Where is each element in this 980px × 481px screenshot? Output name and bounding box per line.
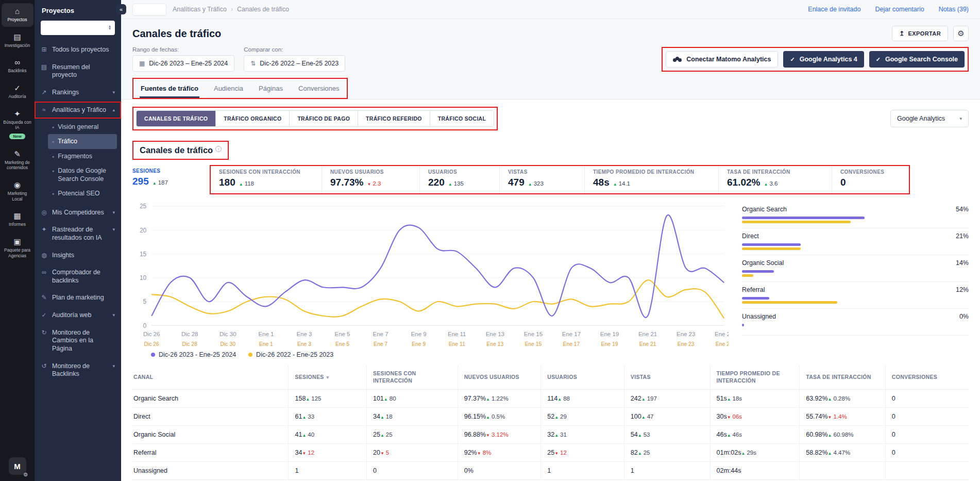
column-header-sesiones[interactable]: SESIONES▾ xyxy=(289,366,366,389)
topbar-link-dejar-comentario[interactable]: Dejar comentario xyxy=(875,6,924,13)
sidebar-item-insights[interactable]: ◍Insights xyxy=(35,247,121,264)
svg-text:Ene 15: Ene 15 xyxy=(525,341,542,347)
previous-period-bar xyxy=(742,247,801,250)
analytics-source-select[interactable]: Google Analytics ▾ xyxy=(890,110,969,127)
sidebar-item-monitoreo-de-cambios-en-la-pagina[interactable]: ↻Monitoreo de Cambios en la Página xyxy=(35,324,121,358)
legend-item-dic-26-2023-ene-25-2024[interactable]: Dic-26 2023 - Ene-25 2024 xyxy=(151,351,236,358)
rail-item-marketing-local[interactable]: ◉Marketing Local xyxy=(2,177,33,206)
cell-value: 96.88% xyxy=(464,431,486,438)
connect-button-conectar-matomo-analytics[interactable]: Conectar Matomo Analytics xyxy=(666,51,778,68)
sidebar-subitem-datos-de-google-search-console[interactable]: ●Datos de Google Search Console xyxy=(48,163,117,187)
sidebar-subitem-vision-general[interactable]: ●Visión general xyxy=(48,120,117,134)
sidebar-item-analiticas-y-trafico[interactable]: ≈Analíticas y Tráfico▴ xyxy=(35,102,121,119)
rail-item-backlinks[interactable]: ∞Backlinks xyxy=(2,54,33,78)
metric-sesiones-con-interaccion[interactable]: SESIONES CON INTERACCIÓN180▲118 xyxy=(211,166,322,193)
export-button[interactable]: ↥ EXPORTAR xyxy=(892,26,948,41)
rail-item-auditoria[interactable]: ✓Auditoría xyxy=(2,80,33,104)
up-arrow-icon: ▲ xyxy=(828,451,832,456)
sidebar-item-plan-de-marketing[interactable]: ✎Plan de marketing xyxy=(35,289,121,307)
svg-text:Dic 28: Dic 28 xyxy=(182,341,198,347)
topbar-link-enlace-de-invitado[interactable]: Enlace de invitado xyxy=(808,6,860,13)
sidebar-item-monitoreo-de-backlinks[interactable]: ↺Monitoreo de Backlinks▾ xyxy=(35,358,121,383)
up-arrow-icon: ▲ xyxy=(302,433,306,438)
sidebar-item-todos-los-proyectos[interactable]: ⊞Todos los proyectos xyxy=(35,41,121,59)
cell-value: 30s xyxy=(717,413,727,420)
metric-conversiones[interactable]: CONVERSIONES0 xyxy=(832,166,909,193)
rail-item-label: Auditoría xyxy=(3,94,32,99)
subtab-trafico-de-pago[interactable]: TRÁFICO DE PAGO xyxy=(289,111,358,126)
metric-usuarios[interactable]: USUARIOS220▲135 xyxy=(419,166,499,193)
metric-sesiones[interactable]: SESIONES295▲187 xyxy=(132,165,210,194)
metric-tiempo-promedio-de-interaccion[interactable]: TIEMPO PROMEDIO DE INTERACCIÓN48s▲14.1 xyxy=(584,166,718,193)
sidebar-subitem-fragmentos[interactable]: ●Fragmentos xyxy=(48,149,117,163)
table-row-unassigned[interactable]: Unassigned100%1102m:44s xyxy=(132,461,969,479)
cell-value: 34 xyxy=(373,413,380,420)
svg-text:Dic 30: Dic 30 xyxy=(219,331,236,337)
sidebar-item-rastreador-de-resultados-con-ia[interactable]: ✦Rastreador de resultados con IA▾ xyxy=(35,221,121,246)
table-row-direct[interactable]: Direct61▲3334▲1896.15%▲0.5%52▲29100▲4730… xyxy=(132,407,969,425)
metric-nuevos-usuarios[interactable]: NUEVOS USUARIOS97.73%▼2.3 xyxy=(322,166,419,193)
sidebar-item-label: Plan de marketing xyxy=(52,294,115,302)
metric-vistas[interactable]: VISTAS479▲323 xyxy=(499,166,584,193)
chevron-down-icon: ▾ xyxy=(112,89,115,95)
rail-item-informes[interactable]: ▦Informes xyxy=(2,208,33,231)
section-title-row: Canales de tráfico i xyxy=(132,141,969,160)
rail-item-paquete-para-agencias[interactable]: ▣Paquete para Agencias xyxy=(2,234,33,262)
export-icon: ↥ xyxy=(899,30,904,37)
tab-paginas[interactable]: Páginas xyxy=(258,79,284,98)
topbar-link-notas-39[interactable]: Notas (39) xyxy=(939,6,969,13)
table-cell: 61▲33 xyxy=(289,407,366,425)
tab-fuentes-de-trafico[interactable]: Fuentes de tráfico xyxy=(140,79,199,98)
sidebar-collapse-button[interactable]: « xyxy=(116,4,126,14)
sidebar-item-rankings[interactable]: ↗Rankings▾ xyxy=(35,84,121,102)
svg-text:Dic 28: Dic 28 xyxy=(181,331,198,337)
rail-item-proyectos[interactable]: ⌂Proyectos xyxy=(2,3,33,27)
metric-label: SESIONES xyxy=(132,168,201,174)
table-row-referral[interactable]: Referral34▼1220▼592%▼8%25▼1282▲2501m:02s… xyxy=(132,443,969,461)
rail-item-label: Marketing Local xyxy=(3,191,32,202)
user-avatar[interactable]: M ⚙ xyxy=(9,457,26,475)
metric-tasa-de-interaccion[interactable]: TASA DE INTERACCIÓN61.02%▲3.6 xyxy=(718,166,832,193)
table-row-organic-social[interactable]: Organic Social41▲4025▲2596.88%▼3.12%32▲3… xyxy=(132,425,969,443)
compare-range-picker[interactable]: ⇅ Dic-26 2022 – Ene-25 2023 xyxy=(244,55,345,72)
connect-button-label: Google Search Console xyxy=(885,56,958,63)
sidebar-item-resumen-del-proyecto[interactable]: ▤Resumen del proyecto xyxy=(35,59,121,84)
competitors-icon: ◎ xyxy=(41,209,47,217)
settings-button[interactable]: ⚙ xyxy=(953,26,969,41)
subtab-trafico-organico[interactable]: TRÁFICO ORGANICO xyxy=(215,111,289,126)
subtab-trafico-social[interactable]: TRÁFICO SOCIAL xyxy=(430,111,494,126)
sidebar-item-label: Insights xyxy=(52,252,115,260)
legend-item-dic-26-2022-ene-25-2023[interactable]: Dic-26 2022 - Ene-25 2023 xyxy=(248,351,333,358)
breadcrumb-section[interactable]: Analíticas y Tráfico xyxy=(173,6,227,13)
compare-arrows-icon: ⇅ xyxy=(250,60,256,67)
sidebar-subitem-trafico[interactable]: ●Tráfico xyxy=(48,134,117,148)
project-breadcrumb-pill[interactable] xyxy=(132,4,166,15)
table-row-organic-search[interactable]: Organic Search158▲125101▲8097.37%▲1.22%1… xyxy=(132,389,969,407)
connect-button-google-search-console[interactable]: ✓Google Search Console xyxy=(869,51,965,68)
sidebar-subitem-potencial-seo[interactable]: ●Potencial SEO xyxy=(48,186,117,201)
rail-item-busqueda-con-ia[interactable]: ✦Búsqueda con IANew xyxy=(2,106,33,144)
cell-value: 1 xyxy=(295,467,298,474)
bullet-icon: ● xyxy=(52,189,54,197)
metric-label: SESIONES CON INTERACCIÓN xyxy=(219,169,313,175)
table-cell: 96.88%▼3.12% xyxy=(458,425,541,443)
tabs-row: Fuentes de tráficoAudienciaPáginasConver… xyxy=(121,78,980,99)
subtab-canales-de-trafico[interactable]: CANALES DE TRÁFICO xyxy=(137,111,215,126)
table-cell: 101▲80 xyxy=(366,389,458,407)
table-cell: 55.74%▼1.4% xyxy=(800,407,886,425)
sidebar-subitem-label: Fragmentos xyxy=(58,152,92,160)
project-selector[interactable]: ▴▾ xyxy=(41,21,115,35)
backlinks-icon: ∞ xyxy=(3,58,32,66)
date-range-picker[interactable]: ▦ Dic-26 2023 – Ene-25 2024 xyxy=(132,55,234,72)
tab-conversiones[interactable]: Conversiones xyxy=(297,79,341,98)
sidebar-item-comprobador-de-backlinks[interactable]: ∞Comprobador de backlinks xyxy=(35,264,121,289)
svg-text:Ene 21: Ene 21 xyxy=(639,341,656,347)
sidebar-item-auditoria-web[interactable]: ✓Auditoría web▾ xyxy=(35,307,121,324)
tab-audiencia[interactable]: Audiencia xyxy=(213,79,244,98)
sidebar-item-mis-competidores[interactable]: ◎Mis Competidores▾ xyxy=(35,204,121,222)
subtab-trafico-referido[interactable]: TRÁFICO REFERIDO xyxy=(358,111,430,126)
rail-item-marketing-de-contenidos[interactable]: ✎Marketing de contenidos xyxy=(2,146,33,175)
rail-item-investigacion[interactable]: ▤Investigación xyxy=(2,29,33,53)
metric-value: 295 xyxy=(132,176,149,187)
connect-button-google-analytics-4[interactable]: ✓Google Analytics 4 xyxy=(783,51,864,68)
